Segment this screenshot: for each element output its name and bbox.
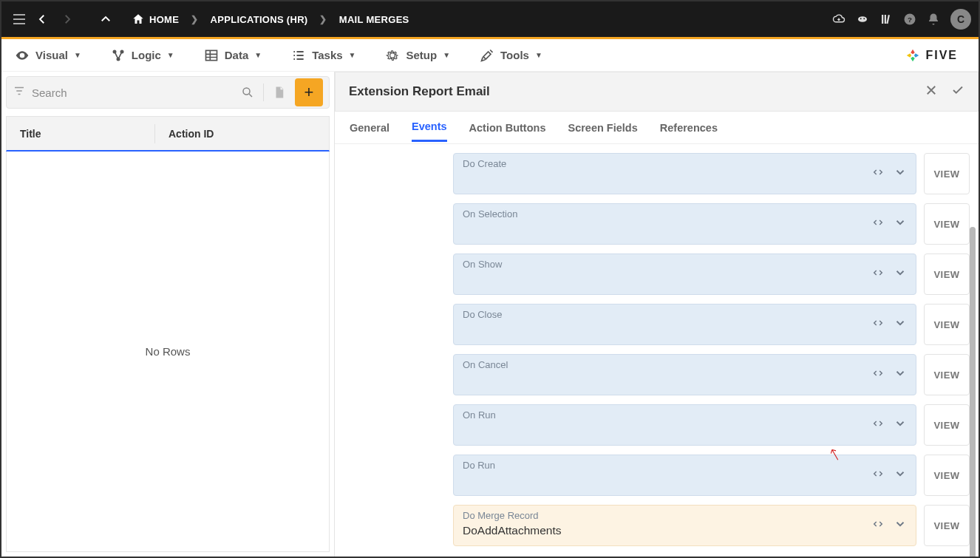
no-rows-label: No Rows (146, 345, 191, 358)
page-title: Extension Report Email (349, 84, 490, 99)
search-input[interactable] (32, 86, 237, 99)
svg-point-12 (243, 88, 250, 95)
event-row: Do Merge RecordDoAddAttachmentsVIEW (453, 505, 970, 546)
menu-tools[interactable]: Tools▼ (480, 48, 542, 63)
grid-header: Title Action ID (6, 116, 330, 152)
code-icon[interactable] (871, 417, 885, 433)
menu-visual[interactable]: Visual▼ (15, 48, 81, 63)
menu-tasks[interactable]: Tasks▼ (291, 48, 355, 63)
view-button[interactable]: VIEW (924, 455, 970, 496)
view-button[interactable]: VIEW (924, 505, 970, 546)
code-icon[interactable] (871, 216, 885, 232)
view-button[interactable]: VIEW (924, 304, 970, 345)
chevron-down-icon[interactable] (894, 517, 907, 534)
logic-icon (111, 48, 126, 63)
svg-rect-3 (882, 15, 883, 24)
svg-point-2 (863, 18, 865, 19)
document-icon[interactable] (268, 86, 290, 99)
view-button[interactable]: VIEW (924, 153, 970, 194)
view-button[interactable]: VIEW (924, 404, 970, 446)
event-icons (871, 467, 907, 483)
assistant-icon[interactable] (856, 13, 869, 26)
event-card[interactable]: On Cancel (453, 354, 916, 395)
gear-icon (385, 48, 400, 63)
event-row: On ShowVIEW (453, 254, 970, 295)
scrollbar[interactable] (970, 227, 976, 558)
chevron-right-icon: ❯ (188, 14, 201, 24)
svg-rect-4 (885, 15, 886, 24)
event-card[interactable]: Do Merge RecordDoAddAttachments (453, 505, 916, 546)
breadcrumb-applications[interactable]: APPLICATIONS (HR) (205, 14, 314, 25)
code-icon[interactable] (871, 166, 885, 182)
code-icon[interactable] (871, 367, 885, 383)
library-icon[interactable] (879, 13, 893, 26)
event-label: On Show (463, 259, 502, 270)
menu-data[interactable]: Data▼ (204, 48, 262, 63)
event-card[interactable]: Do Close (453, 304, 916, 345)
events-list[interactable]: Do CreateVIEWOn SelectionVIEWOn ShowVIEW… (335, 144, 979, 557)
tab-screen-fields[interactable]: Screen Fields (568, 115, 637, 141)
chevron-down-icon[interactable] (894, 367, 907, 383)
svg-point-0 (858, 16, 867, 22)
menu-logic[interactable]: Logic▼ (111, 48, 174, 63)
event-row: Do CreateVIEW (453, 153, 970, 194)
event-value: DoAddAttachments (463, 524, 562, 537)
breadcrumb-mailmerges[interactable]: MAIL MERGES (333, 14, 415, 25)
chevron-right-icon: ❯ (316, 14, 330, 24)
event-label: Do Merge Record (463, 510, 539, 521)
code-icon[interactable] (871, 266, 885, 282)
menu-setup[interactable]: Setup▼ (385, 48, 450, 63)
view-button[interactable]: VIEW (924, 203, 970, 245)
avatar[interactable]: C (950, 9, 971, 30)
confirm-icon[interactable] (951, 84, 964, 101)
column-actionid[interactable]: Action ID (154, 124, 329, 143)
hamburger-menu[interactable] (9, 10, 30, 29)
nav-back[interactable] (30, 7, 55, 32)
brand-logo: FIVE (905, 47, 965, 64)
tab-events[interactable]: Events (412, 113, 447, 142)
event-row: Do RunVIEW (453, 455, 970, 496)
column-title[interactable]: Title (7, 128, 154, 140)
svg-rect-11 (205, 50, 217, 60)
filter-icon[interactable] (13, 84, 26, 101)
event-row: Do CloseVIEW (453, 304, 970, 345)
grid-body: No Rows (6, 152, 330, 552)
event-label: Do Close (463, 309, 502, 320)
bell-icon[interactable] (927, 13, 940, 26)
code-icon[interactable] (871, 517, 885, 534)
event-card[interactable]: On Show (453, 254, 916, 295)
tab-action-buttons[interactable]: Action Buttons (469, 115, 546, 141)
chevron-down-icon[interactable] (894, 216, 907, 232)
event-card[interactable]: Do Run (453, 455, 916, 496)
breadcrumb-home[interactable]: HOME (126, 13, 185, 26)
chevron-down-icon[interactable] (894, 166, 907, 182)
help-icon[interactable]: ? (903, 13, 916, 26)
code-icon[interactable] (871, 316, 885, 333)
close-icon[interactable] (925, 84, 938, 101)
event-icons (871, 316, 907, 333)
view-button[interactable]: VIEW (924, 354, 970, 395)
event-icons (871, 216, 907, 232)
event-card[interactable]: Do Create (453, 153, 916, 194)
view-button[interactable]: VIEW (924, 254, 970, 295)
search-icon[interactable] (237, 86, 259, 99)
event-label: Do Create (463, 158, 506, 169)
chevron-down-icon[interactable] (894, 266, 907, 282)
add-button[interactable]: + (295, 78, 323, 106)
code-icon[interactable] (871, 467, 885, 483)
chevron-down-icon[interactable] (894, 316, 907, 333)
event-icons (871, 517, 907, 534)
breadcrumb: HOME ❯ APPLICATIONS (HR) ❯ MAIL MERGES (126, 13, 415, 26)
event-card[interactable]: On Run (453, 404, 916, 446)
five-logo-icon (905, 47, 921, 64)
event-card[interactable]: On Selection (453, 203, 916, 245)
cloud-sync-icon[interactable] (832, 13, 845, 26)
tab-references[interactable]: References (660, 115, 718, 141)
breadcrumb-home-label: HOME (149, 14, 179, 25)
nav-up[interactable] (93, 7, 118, 32)
event-icons (871, 367, 907, 383)
event-icons (871, 417, 907, 433)
chevron-down-icon[interactable] (894, 467, 907, 483)
chevron-down-icon[interactable] (894, 417, 907, 433)
tab-general[interactable]: General (350, 115, 389, 141)
